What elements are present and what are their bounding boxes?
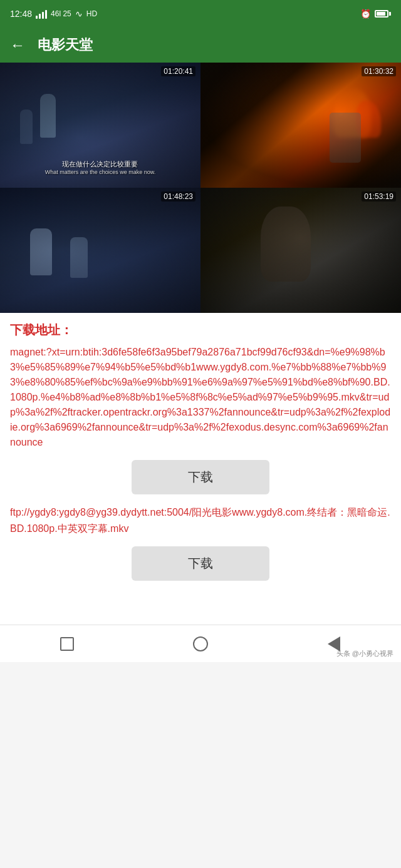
video-cell-4[interactable]: 01:53:19	[200, 188, 401, 313]
signal-bar-4	[45, 10, 47, 19]
status-left: 12:48 46l 25 ∿ HD	[10, 9, 97, 19]
video-grid: 现在做什么决定比较重要 What matters are the choices…	[0, 63, 401, 313]
content-area: 下载地址： magnet:?xt=urn:btih:3d6fe58fe6f3a9…	[0, 313, 401, 600]
page-title: 电影天堂	[38, 36, 93, 54]
status-right: ⏰	[360, 9, 391, 19]
video-cell-3[interactable]: 01:48:23	[0, 188, 200, 313]
download-button-1[interactable]: 下载	[132, 460, 269, 494]
back-button[interactable]: ←	[10, 36, 25, 54]
timestamp-2: 01:30:32	[362, 66, 396, 76]
scene-overlay-2	[200, 63, 401, 188]
bottom-spacer	[0, 600, 401, 625]
network-type: 46l 25	[51, 9, 71, 18]
video-cell-2[interactable]: 01:30:32	[200, 63, 401, 188]
video-scene-4: 01:53:19	[200, 188, 401, 313]
timestamp-4: 01:53:19	[362, 191, 396, 202]
video-cell-1[interactable]: 现在做什么决定比较重要 What matters are the choices…	[0, 63, 200, 188]
signal-bars	[36, 9, 47, 19]
status-bar: 12:48 46l 25 ∿ HD ⏰	[0, 0, 401, 28]
download-section-label: 下载地址：	[10, 322, 391, 339]
wifi-indicator: ∿	[75, 9, 83, 19]
ftp-link-text[interactable]: ftp://ygdy8:ygdy8@yg39.dydytt.net:5004/阳…	[10, 504, 391, 536]
download-button-2[interactable]: 下载	[132, 546, 269, 581]
circle-icon	[193, 636, 208, 651]
nav-home-button[interactable]	[182, 631, 219, 656]
top-bar: ← 电影天堂	[0, 28, 401, 63]
battery-indicator	[375, 10, 391, 18]
scene-overlay-4	[200, 188, 401, 313]
signal-bar-2	[39, 14, 41, 19]
timestamp-1: 01:20:41	[161, 66, 195, 76]
watermark-text: 头条 @小勇心视界	[336, 649, 393, 658]
video-scene-1: 现在做什么决定比较重要 What matters are the choices…	[0, 63, 200, 188]
hd-label: HD	[86, 9, 97, 18]
video-scene-2: 01:30:32	[200, 63, 401, 188]
time-display: 12:48	[10, 9, 32, 19]
square-icon	[60, 637, 74, 651]
alarm-icon: ⏰	[360, 9, 371, 19]
magnet-link-text[interactable]: magnet:?xt=urn:btih:3d6fe58fe6f3a95bef79…	[10, 345, 391, 450]
scene-overlay-3	[0, 188, 200, 313]
signal-bar-1	[36, 16, 38, 19]
subtitle-cn-1: 现在做什么决定比较重要 What matters are the choices…	[45, 160, 156, 175]
timestamp-3: 01:48:23	[161, 191, 195, 202]
nav-recent-button[interactable]	[48, 631, 86, 656]
signal-bar-3	[42, 12, 44, 19]
video-scene-3: 01:48:23	[0, 188, 200, 313]
bottom-nav: 头条 @小勇心视界	[0, 625, 401, 662]
